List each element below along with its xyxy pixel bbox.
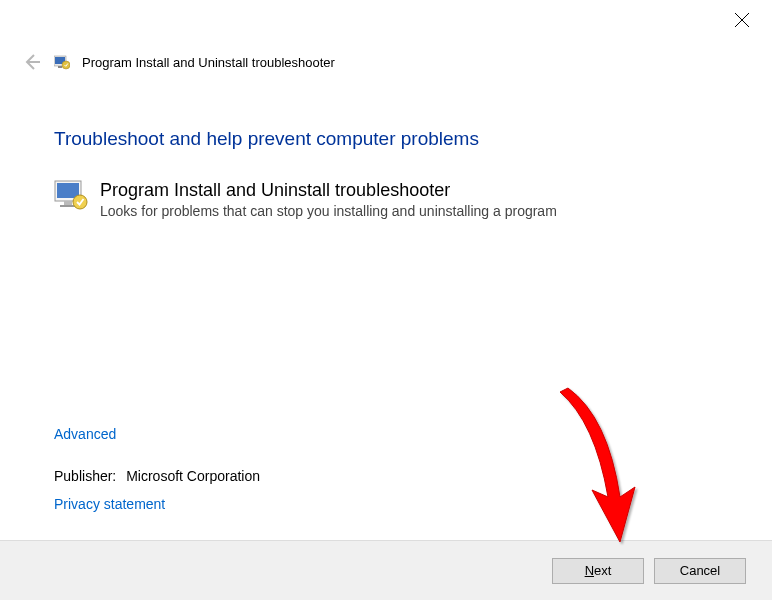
advanced-link[interactable]: Advanced — [54, 426, 260, 442]
troubleshooter-text: Program Install and Uninstall troublesho… — [100, 180, 557, 219]
svg-point-6 — [62, 61, 70, 69]
publisher-label: Publisher: — [54, 468, 116, 484]
footer-links: Advanced Publisher: Microsoft Corporatio… — [54, 426, 260, 512]
section-title: Program Install and Uninstall troublesho… — [100, 180, 557, 201]
app-icon — [54, 54, 70, 70]
svg-point-11 — [73, 195, 87, 209]
section-description: Looks for problems that can stop you ins… — [100, 203, 557, 219]
next-button[interactable]: Next — [552, 558, 644, 584]
svg-rect-9 — [64, 201, 72, 205]
content-area: Troubleshoot and help prevent computer p… — [0, 72, 772, 219]
back-arrow-icon — [22, 52, 42, 72]
troubleshooter-section: Program Install and Uninstall troublesho… — [54, 180, 732, 219]
close-button[interactable] — [734, 12, 752, 30]
button-bar: Next Cancel — [0, 540, 772, 600]
privacy-statement-link[interactable]: Privacy statement — [54, 496, 260, 512]
svg-rect-5 — [58, 66, 62, 68]
annotation-arrow-icon — [540, 382, 670, 552]
app-title: Program Install and Uninstall troublesho… — [82, 55, 335, 70]
title-bar — [0, 0, 772, 44]
back-button[interactable] — [22, 52, 42, 72]
header-row: Program Install and Uninstall troublesho… — [0, 52, 772, 72]
cancel-button[interactable]: Cancel — [654, 558, 746, 584]
headline: Troubleshoot and help prevent computer p… — [54, 128, 732, 150]
close-icon — [734, 12, 750, 28]
publisher-row: Publisher: Microsoft Corporation — [54, 468, 260, 484]
troubleshooter-icon — [54, 180, 88, 210]
svg-rect-8 — [57, 183, 79, 198]
publisher-value: Microsoft Corporation — [126, 468, 260, 484]
